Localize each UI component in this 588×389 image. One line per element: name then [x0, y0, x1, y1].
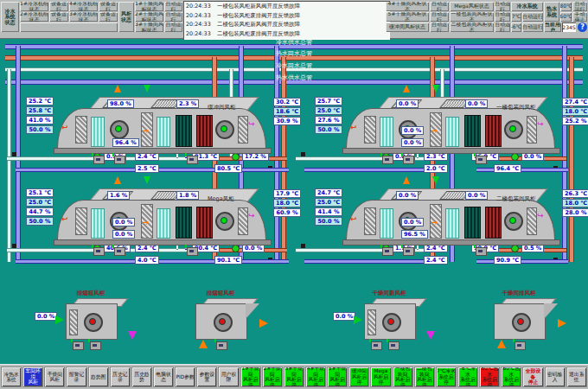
pack1-fan-label: 一楼包装间风柜状态 [450, 12, 494, 22]
status-header: 冷水 系统 状态 1#冷水机组状态 设备运行 4#冷水机组状态 设备运行 2#冷… [0, 0, 588, 39]
alarm-list[interactable]: 20:24:33一楼包装风柜新风阀开度反馈故障 20:24:33一楼包装风柜废排… [183, 1, 390, 40]
damper-actuator [73, 341, 84, 350]
chiller-2-status: 设备运行 [49, 12, 68, 22]
alarm-row: 20:24:33一楼包装风柜废排阀开度反馈故障 [186, 12, 387, 20]
cooling-coil [464, 207, 481, 239]
supply-temp: 26.3 ℃ [562, 189, 588, 198]
nav-history-log[interactable]: 历史记录 [110, 367, 131, 387]
pipe-label-hot-return: 热水回水总管 [0, 49, 588, 58]
fan-icon [214, 313, 233, 332]
start-stop-hot60[interactable]: 60℃热水 系统启停 [501, 367, 521, 387]
return-humidity: 41.4 % [315, 207, 342, 216]
heating-coil [196, 115, 213, 147]
fan-3-label: 3#干燥间风柜状态 [135, 22, 163, 32]
ahu-buffer-room: 25.2 ℃ 25.8 ℃ 41.0 % 50.0 % ↩ ➜ ↪ [24, 93, 301, 180]
damper-actuator [93, 247, 105, 256]
humidity-setpoint: 50.0 % [26, 125, 54, 134]
nav-user-rights[interactable]: 用户权限 [218, 367, 239, 387]
return-damper-pct: 0.0 % [396, 191, 419, 200]
start-stop-pack2[interactable]: 二楼包装间 风柜启停 [414, 367, 435, 387]
pipe-label-hot-supply: 热水供水总管 [0, 73, 588, 82]
nav-alarm-log[interactable]: 报警记录 [66, 367, 86, 387]
start-stop-hot80[interactable]: 80℃热水 系统启停 [479, 367, 500, 387]
chiller-3-label: 3#冷水机组状态 [69, 12, 98, 22]
exit-system-button[interactable]: 退出系统 [566, 367, 587, 387]
humidity-setpoint: 50.0 % [315, 217, 342, 226]
supply-humidity: 28.0 % [562, 208, 588, 217]
ahu-left-readouts: 25.1 ℃ 25.0 ℃ 44.7 % 50.0 % [26, 188, 54, 226]
password-entry-button[interactable]: 密码输入 [545, 367, 566, 387]
supply-air-arrow-icon: ↪ [537, 211, 544, 220]
airflow-arrow-icon: ➜ [143, 126, 150, 135]
supply-temp: 27.4 ℃ [562, 98, 588, 106]
unit-body [66, 303, 118, 340]
nav-coldhot-water[interactable]: 冷热水 系统 [1, 367, 22, 387]
all-stop-button[interactable]: 全部设备 停止 [522, 367, 543, 387]
humidity-setpoint: 50.0 % [315, 125, 342, 134]
chiller-panel-title: 冷水 系统 状态 [1, 2, 19, 32]
start-stop-dry2[interactable]: 2#干燥间 风柜启停 [262, 367, 283, 387]
nav-history-trend[interactable]: 历史趋势 [131, 367, 152, 387]
fan-2-label: 2#干燥间风柜状态 [135, 12, 163, 22]
damper-actuator [187, 247, 198, 256]
start-stop-dry4[interactable]: 4#干燥间 风柜启停 [305, 367, 326, 387]
return-air-arrow-icon: ↩ [61, 123, 68, 131]
damper-louver [75, 116, 87, 143]
supply-air-arrow-icon: ↪ [537, 119, 544, 128]
bottom-toolbar: 冷热水 系统 车间环境 风柜 干燥间 风柜 报警记录 趋势图 历史记录 历史趋势… [0, 364, 588, 389]
cooling-coil [464, 115, 481, 147]
mid-pct: 0.0 % [401, 218, 424, 226]
return-temp: 24.7 ℃ [315, 188, 342, 197]
start-stop-dry3[interactable]: 3#干燥间 风柜启停 [284, 367, 304, 387]
cold-m6c-temp: -6℃ [511, 22, 521, 32]
start-stop-dry5[interactable]: 5#干燥间 风柜启停 [327, 367, 348, 387]
help-icon[interactable]: ? [578, 22, 587, 32]
damper-actuator [371, 341, 382, 350]
damper-actuator [403, 156, 414, 164]
start-stop-cold7[interactable]: 7℃冷水 系统启停 [436, 367, 457, 387]
humidity-setpoint: 50.0 % [26, 217, 54, 226]
mid-pct: 0.0 % [401, 126, 424, 135]
start-stop-coldm6[interactable]: -6℃冷水 系统启停 [457, 367, 478, 387]
cold-system-title: 冷水系统 [511, 2, 543, 11]
nav-pc-status[interactable]: 电脑状态 [153, 367, 174, 387]
exhaust-arrow-icon [403, 85, 410, 92]
start-stop-mega[interactable]: Mega 风柜启停 [370, 367, 391, 387]
exhaust-arrow-icon [114, 85, 121, 92]
mid-pct: 96.5 % [401, 230, 428, 239]
nav-trend-chart[interactable]: 趋势图 [88, 367, 109, 387]
pack2-fan-status: 自动运行 [495, 22, 510, 32]
fan-icon [382, 313, 401, 332]
return-temp: 25.7 ℃ [315, 97, 342, 105]
nav-pid-params[interactable]: PID参数 [175, 367, 195, 387]
nav-drying-ahu[interactable]: 干燥间 风柜 [44, 367, 65, 387]
fan-icon [504, 212, 523, 231]
start-stop-dry1[interactable]: 1#干燥间 风柜启停 [240, 367, 261, 387]
return-humidity: 44.7 % [26, 207, 54, 216]
current-user-value[interactable]: 1234SK [562, 22, 576, 32]
start-stop-pack1[interactable]: 一楼包装间 风柜启停 [393, 367, 413, 387]
nav-settings[interactable]: 参数设置 [196, 367, 217, 387]
unit-label: 干燥间排风柜 [463, 290, 575, 297]
start-stop-buffer[interactable]: 缓冲间 风柜启停 [348, 367, 369, 387]
filter-panel [157, 208, 170, 239]
ahu-base [54, 239, 272, 246]
temp-setpoint: 25.8 ℃ [26, 106, 54, 115]
buffer-fan-label: 缓冲间风柜状态 [386, 22, 429, 32]
fan-1-status: 自动运行 [164, 2, 182, 11]
fresh-damper-pct: 1.8 % [176, 191, 199, 200]
nav-workshop-ahu[interactable]: 车间环境 风柜 [22, 367, 43, 387]
heating-coil [485, 207, 502, 239]
ahu-name: 一楼包装间风柜 [496, 104, 557, 112]
supply-setpoint: 18.0 ℃ [562, 199, 588, 207]
exhaust-arrow-icon [403, 176, 410, 184]
hot-system-title: 热水 系统 [544, 2, 559, 22]
damper-actuator [476, 247, 487, 256]
ahu-right-readouts: 17.9 ℃ 18.0 ℃ 60.9 % [273, 189, 301, 217]
outlet-arrow-icon [259, 319, 268, 328]
cold-7c-status: 自动运行 [522, 12, 543, 22]
filter-panel [91, 208, 105, 239]
supply-humidity: 30.9 % [273, 117, 301, 125]
return-damper-pct: 98.0 % [107, 99, 134, 108]
return-humidity: 41.0 % [26, 116, 54, 124]
